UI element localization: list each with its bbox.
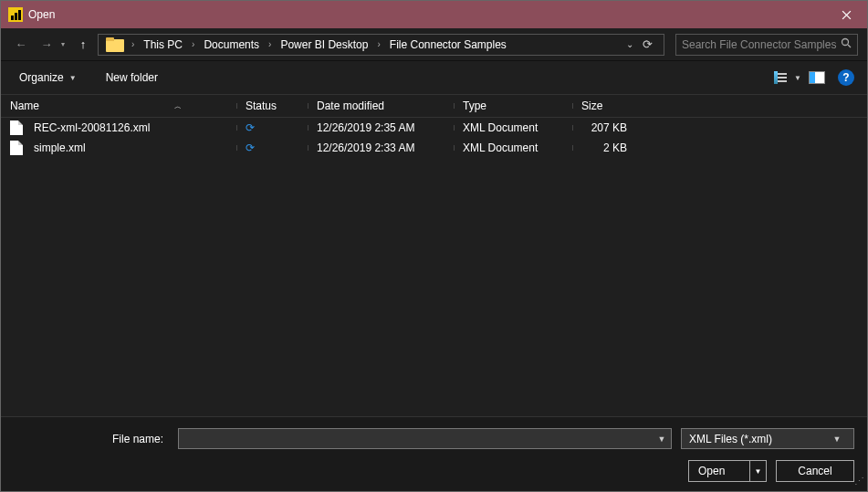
refresh-button[interactable]: ⟳ — [643, 37, 653, 51]
folder-icon — [106, 37, 124, 52]
open-label: Open — [698, 465, 725, 477]
close-icon — [842, 10, 852, 20]
open-dialog: Open ← → ▾ ↑ › This PC › Documents › Pow… — [0, 0, 868, 492]
cancel-button[interactable]: Cancel — [776, 460, 854, 482]
sync-icon: ⟳ — [246, 141, 255, 154]
file-size: 2 KB — [572, 141, 654, 154]
file-size: 207 KB — [572, 121, 654, 134]
forward-button[interactable]: → — [36, 34, 58, 56]
window-title: Open — [28, 8, 55, 21]
chevron-down-icon[interactable]: ▼ — [653, 434, 671, 444]
file-row[interactable]: REC-xml-20081126.xml ⟳ 12/26/2019 2:35 A… — [1, 118, 867, 138]
navbar: ← → ▾ ↑ › This PC › Documents › Power BI… — [1, 28, 867, 61]
column-type[interactable]: Type — [454, 99, 572, 112]
chevron-right-icon: › — [126, 39, 140, 49]
help-button[interactable]: ? — [838, 69, 854, 86]
new-folder-button[interactable]: New folder — [100, 68, 163, 88]
preview-pane-button[interactable] — [809, 71, 825, 84]
breadcrumb-item[interactable]: This PC — [140, 37, 186, 53]
filename-input[interactable] — [179, 433, 653, 445]
file-row[interactable]: simple.xml ⟳ 12/26/2019 2:33 AM XML Docu… — [1, 138, 867, 158]
close-button[interactable] — [825, 1, 867, 28]
address-bar[interactable]: › This PC › Documents › Power BI Desktop… — [98, 34, 664, 56]
organize-button[interactable]: Organize ▼ — [14, 68, 82, 88]
view-icon — [774, 71, 790, 84]
column-name[interactable]: Name ︿ — [1, 99, 236, 112]
open-button[interactable]: Open ▼ — [688, 460, 767, 482]
file-icon — [10, 141, 23, 155]
file-name: simple.xml — [34, 141, 86, 154]
up-button[interactable]: ↑ — [72, 34, 94, 56]
cancel-label: Cancel — [798, 465, 831, 477]
file-type-filter[interactable]: XML Files (*.xml) ▼ — [681, 428, 854, 449]
file-date: 12/26/2019 2:35 AM — [308, 121, 454, 134]
resize-grip[interactable]: ⋰ — [854, 478, 865, 489]
file-icon — [10, 120, 23, 135]
file-list: Name ︿ Status Date modified Type Size RE… — [1, 94, 867, 416]
search-icon[interactable] — [841, 37, 852, 51]
recent-locations-dropdown[interactable]: ▾ — [61, 40, 65, 48]
filename-label: File name: — [14, 433, 169, 445]
file-type: XML Document — [454, 121, 572, 134]
organize-label: Organize — [19, 71, 64, 84]
svg-line-1 — [848, 45, 851, 47]
open-split-dropdown[interactable]: ▼ — [749, 461, 766, 481]
breadcrumb-item[interactable]: File Connector Samples — [386, 37, 510, 53]
column-date[interactable]: Date modified — [308, 99, 454, 112]
chevron-right-icon: › — [186, 39, 200, 49]
chevron-right-icon: › — [371, 39, 385, 49]
back-button[interactable]: ← — [10, 34, 32, 56]
svg-point-0 — [842, 39, 849, 46]
file-name: REC-xml-20081126.xml — [34, 121, 150, 134]
file-rows: REC-xml-20081126.xml ⟳ 12/26/2019 2:35 A… — [1, 118, 867, 416]
chevron-down-icon[interactable]: ⌄ — [626, 39, 633, 49]
chevron-right-icon: › — [263, 39, 277, 49]
search-input[interactable] — [682, 38, 837, 51]
titlebar: Open — [1, 1, 867, 28]
view-options-button[interactable]: ▼ — [769, 71, 801, 84]
file-date: 12/26/2019 2:33 AM — [308, 141, 454, 154]
sync-icon: ⟳ — [246, 121, 255, 134]
chevron-down-icon: ▼ — [69, 74, 77, 82]
column-headers: Name ︿ Status Date modified Type Size — [1, 94, 867, 118]
filename-field[interactable]: ▼ — [178, 428, 672, 449]
chevron-down-icon: ▼ — [794, 74, 801, 82]
column-status[interactable]: Status — [236, 99, 308, 112]
search-box[interactable] — [675, 34, 858, 56]
breadcrumb-item[interactable]: Documents — [200, 37, 263, 53]
column-size[interactable]: Size — [572, 99, 654, 112]
app-icon — [8, 7, 23, 22]
file-type: XML Document — [454, 141, 572, 154]
filter-label: XML Files (*.xml) — [689, 433, 772, 445]
breadcrumb-item[interactable]: Power BI Desktop — [277, 37, 371, 53]
new-folder-label: New folder — [106, 71, 158, 84]
toolbar: Organize ▼ New folder ▼ ? — [1, 61, 867, 94]
footer: File name: ▼ XML Files (*.xml) ▼ Open ▼ … — [1, 416, 867, 491]
chevron-down-icon: ▼ — [828, 434, 846, 444]
sort-asc-icon: ︿ — [174, 101, 227, 111]
